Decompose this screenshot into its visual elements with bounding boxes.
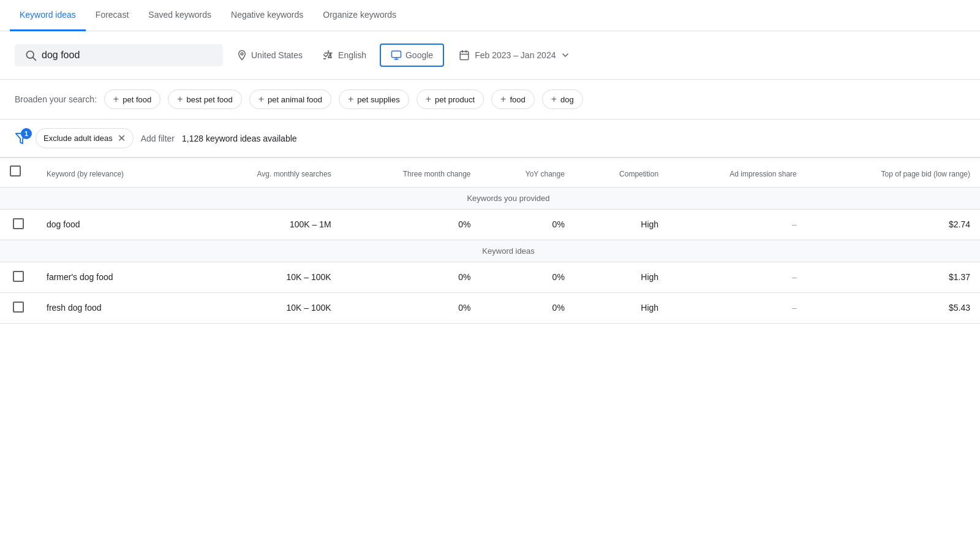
row-competition: High: [575, 209, 668, 240]
svg-line-1: [33, 58, 36, 61]
plus-icon: +: [551, 94, 557, 105]
row-keyword: dog food: [37, 209, 191, 240]
row-three-month: 0%: [341, 292, 481, 323]
broaden-chip-dog[interactable]: + dog: [542, 89, 583, 109]
row-checkbox[interactable]: [13, 302, 24, 313]
tabs-bar: Keyword ideas Forecast Saved keywords Ne…: [0, 0, 980, 31]
col-header-yoy[interactable]: YoY change: [481, 158, 575, 188]
row-top-bid: $2.74: [807, 209, 980, 240]
broaden-chip-label: food: [510, 95, 525, 104]
row-three-month: 0%: [341, 209, 481, 240]
row-keyword: farmer's dog food: [37, 262, 191, 292]
tab-negative-keywords[interactable]: Negative keywords: [221, 0, 313, 31]
col-header-avg-monthly[interactable]: Avg. monthly searches: [191, 158, 341, 188]
section-ideas-label: Keyword ideas: [0, 240, 980, 262]
date-range-button[interactable]: Feb 2023 – Jan 2024: [451, 45, 578, 66]
svg-rect-6: [460, 51, 469, 60]
plus-icon: +: [258, 94, 264, 105]
plus-icon: +: [348, 94, 353, 105]
broaden-chip-best-pet-food[interactable]: + best pet food: [168, 89, 242, 109]
location-label: United States: [251, 50, 303, 60]
row-competition: High: [575, 262, 668, 292]
row-yoy: 0%: [481, 292, 575, 323]
col-header-ad-impression[interactable]: Ad impression share: [668, 158, 807, 188]
table-row: dog food 100K – 1M 0% 0% High – $2.74: [0, 209, 980, 240]
broaden-chip-pet-product[interactable]: + pet product: [417, 89, 484, 109]
row-competition: High: [575, 292, 668, 323]
broaden-search-area: Broaden your search: + pet food + best p…: [0, 80, 980, 120]
keyword-count-label: 1,128 keyword ideas available: [182, 134, 297, 143]
calendar-icon: [459, 50, 470, 61]
row-checkbox-cell[interactable]: [0, 209, 37, 240]
row-avg-monthly: 10K – 100K: [191, 292, 341, 323]
table-row: farmer's dog food 10K – 100K 0% 0% High …: [0, 262, 980, 292]
search-area: United States English Google: [0, 31, 980, 80]
row-three-month: 0%: [341, 262, 481, 292]
broaden-chip-label: best pet food: [187, 95, 233, 104]
row-top-bid: $1.37: [807, 262, 980, 292]
plus-icon: +: [113, 94, 119, 105]
svg-point-2: [241, 53, 243, 55]
select-all-checkbox[interactable]: [10, 165, 21, 177]
search-icon: [24, 49, 37, 61]
plus-icon: +: [500, 94, 506, 105]
tab-forecast[interactable]: Forecast: [86, 0, 138, 31]
row-checkbox[interactable]: [13, 218, 24, 229]
language-button[interactable]: English: [316, 45, 372, 65]
search-input[interactable]: [42, 50, 213, 61]
exclude-chip-label: Exclude adult ideas: [43, 134, 113, 143]
add-filter-button[interactable]: Add filter: [141, 134, 175, 143]
row-ad-impression: –: [668, 262, 807, 292]
filter-icon-wrap[interactable]: 1: [15, 132, 28, 145]
table-row: fresh dog food 10K – 100K 0% 0% High – $…: [0, 292, 980, 323]
section-provided-label: Keywords you provided: [0, 187, 980, 209]
row-ad-impression: –: [668, 292, 807, 323]
tab-keyword-ideas[interactable]: Keyword ideas: [10, 0, 86, 31]
filter-badge: 1: [21, 128, 32, 139]
monitor-icon: [391, 50, 402, 61]
broaden-label: Broaden your search:: [15, 94, 97, 104]
row-checkbox[interactable]: [13, 271, 24, 282]
broaden-chip-label: pet animal food: [268, 95, 322, 104]
network-label: Google: [405, 50, 433, 60]
col-header-three-month[interactable]: Three month change: [341, 158, 481, 188]
broaden-chip-pet-supplies[interactable]: + pet supplies: [339, 89, 409, 109]
section-ideas-text: Keyword ideas: [0, 240, 980, 262]
exclude-chip-close-icon[interactable]: ✕: [118, 132, 126, 144]
broaden-chip-pet-animal-food[interactable]: + pet animal food: [249, 89, 331, 109]
broaden-chip-label: dog: [560, 95, 574, 104]
row-avg-monthly: 10K – 100K: [191, 262, 341, 292]
chevron-down-icon: [560, 50, 570, 60]
row-checkbox-cell[interactable]: [0, 262, 37, 292]
broaden-chip-food[interactable]: + food: [491, 89, 535, 109]
col-header-checkbox[interactable]: [0, 158, 37, 188]
broaden-chip-pet-food[interactable]: + pet food: [104, 89, 160, 109]
svg-rect-3: [391, 51, 401, 58]
filter-area: 1 Exclude adult ideas ✕ Add filter 1,128…: [0, 120, 980, 158]
keyword-table: Keyword (by relevance) Avg. monthly sear…: [0, 158, 980, 324]
row-top-bid: $5.43: [807, 292, 980, 323]
row-avg-monthly: 100K – 1M: [191, 209, 341, 240]
exclude-adult-chip[interactable]: Exclude adult ideas ✕: [36, 128, 134, 148]
col-header-competition[interactable]: Competition: [575, 158, 668, 188]
plus-icon: +: [426, 94, 431, 105]
location-icon: [236, 50, 247, 61]
table-header-row: Keyword (by relevance) Avg. monthly sear…: [0, 158, 980, 188]
tab-organize-keywords[interactable]: Organize keywords: [313, 0, 406, 31]
search-box[interactable]: [15, 44, 223, 66]
row-yoy: 0%: [481, 209, 575, 240]
translate-icon: [322, 49, 334, 61]
broaden-chip-label: pet food: [123, 95, 151, 104]
language-label: English: [338, 50, 366, 60]
broaden-chip-label: pet product: [435, 95, 475, 104]
location-button[interactable]: United States: [230, 46, 309, 64]
row-keyword: fresh dog food: [37, 292, 191, 323]
col-header-keyword[interactable]: Keyword (by relevance): [37, 158, 191, 188]
network-button[interactable]: Google: [380, 44, 444, 67]
broaden-chip-label: pet supplies: [357, 95, 399, 104]
col-header-top-bid[interactable]: Top of page bid (low range): [807, 158, 980, 188]
date-range-label: Feb 2023 – Jan 2024: [475, 50, 556, 60]
row-checkbox-cell[interactable]: [0, 292, 37, 323]
tab-saved-keywords[interactable]: Saved keywords: [138, 0, 221, 31]
section-provided-text: Keywords you provided: [0, 187, 980, 209]
